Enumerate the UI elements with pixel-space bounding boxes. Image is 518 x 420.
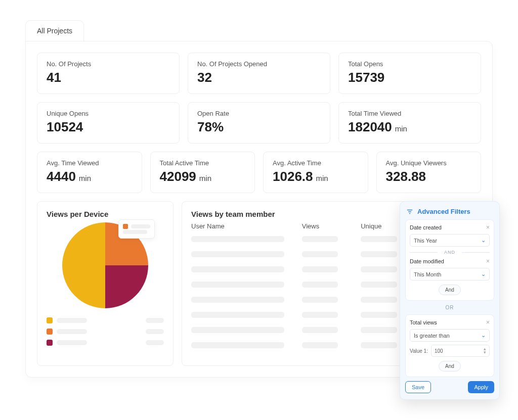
stat-label: Total Time Viewed bbox=[348, 110, 471, 117]
stat-avg-unique-viewers: Avg. Unique Viewers 328.88 bbox=[376, 152, 482, 193]
chevron-down-icon: ⌄ bbox=[481, 332, 486, 339]
stat-unit: min bbox=[316, 174, 328, 182]
pie-legend bbox=[47, 317, 164, 346]
advanced-filters-title: Advanced Filters bbox=[417, 208, 470, 215]
date-modified-select[interactable]: This Month ⌄ bbox=[410, 268, 490, 281]
stats-row-2: Unique Opens 10524 Open Rate 78% Total T… bbox=[37, 102, 481, 144]
stat-label: Avg. Time Viewed bbox=[47, 159, 133, 167]
filter-label: Date created bbox=[410, 224, 442, 230]
chevron-down-icon: ⌄ bbox=[481, 237, 486, 244]
stat-label: Unique Opens bbox=[47, 110, 170, 117]
date-created-select[interactable]: This Year ⌄ bbox=[410, 234, 490, 247]
legend-value-skeleton bbox=[146, 329, 164, 334]
stat-total-time-viewed: Total Time Viewed 182040 min bbox=[338, 102, 481, 144]
stat-value: 328.88 bbox=[386, 169, 472, 184]
stats-row-1: No. Of Projects 41 No. Of Projects Opene… bbox=[37, 53, 481, 94]
views-per-device-panel: Views per Device bbox=[37, 201, 174, 366]
legend-item bbox=[47, 340, 164, 346]
stat-unit: min bbox=[79, 174, 91, 182]
close-icon[interactable]: × bbox=[486, 319, 490, 326]
number-stepper-icon[interactable]: ▴▾ bbox=[484, 347, 486, 354]
stat-value: 42099 min bbox=[160, 169, 246, 184]
legend-swatch bbox=[47, 329, 53, 335]
stat-label: Avg. Unique Viewers bbox=[386, 159, 472, 167]
pie-tooltip bbox=[118, 219, 155, 239]
close-icon[interactable]: × bbox=[486, 224, 490, 231]
stat-label: No. Of Projects Opened bbox=[197, 60, 321, 68]
stat-projects: No. Of Projects 41 bbox=[37, 53, 180, 94]
filter-icon bbox=[406, 208, 413, 215]
filter-label: Total views bbox=[410, 319, 437, 325]
stat-avg-time-viewed: Avg. Time Viewed 4440 min bbox=[37, 152, 142, 193]
legend-value-skeleton bbox=[146, 340, 164, 345]
and-divider: AND bbox=[410, 250, 490, 255]
filter-block-date-created: Date created × This Year ⌄ AND Date modi… bbox=[405, 219, 494, 301]
add-and-button[interactable]: And bbox=[439, 361, 461, 371]
close-icon[interactable]: × bbox=[486, 258, 490, 265]
stat-label: No. Of Projects bbox=[47, 60, 170, 68]
or-divider: OR bbox=[405, 305, 494, 310]
stat-value: 10524 bbox=[47, 119, 170, 135]
column-header-user[interactable]: User Name bbox=[191, 222, 295, 230]
legend-swatch bbox=[47, 317, 53, 323]
stat-value: 1026.8 min bbox=[273, 169, 359, 184]
stat-value: 78% bbox=[197, 119, 321, 135]
legend-item bbox=[47, 329, 164, 335]
stat-unique-opens: Unique Opens 10524 bbox=[37, 102, 180, 144]
apply-button[interactable]: Apply bbox=[468, 381, 494, 393]
total-views-value-input[interactable]: 100 ▴▾ bbox=[431, 345, 490, 357]
stat-value: 41 bbox=[47, 70, 170, 85]
stats-row-3: Avg. Time Viewed 4440 min Total Active T… bbox=[37, 152, 481, 193]
panel-title: Views per Device bbox=[47, 210, 164, 218]
value-label: Value 1: bbox=[410, 348, 428, 354]
stat-label: Open Rate bbox=[197, 110, 321, 117]
stat-unit: min bbox=[395, 124, 407, 133]
total-views-operator-select[interactable]: Is greater than ⌄ bbox=[410, 329, 490, 342]
stat-value: 15739 bbox=[348, 70, 471, 85]
stat-label: Total Active Time bbox=[160, 159, 246, 167]
save-button[interactable]: Save bbox=[405, 381, 431, 393]
stat-value: 32 bbox=[197, 70, 321, 85]
stat-total-active-time: Total Active Time 42099 min bbox=[150, 152, 255, 193]
tab-all-projects[interactable]: All Projects bbox=[25, 20, 84, 41]
filter-block-total-views: Total views × Is greater than ⌄ Value 1:… bbox=[405, 314, 494, 377]
stat-avg-active-time: Avg. Active Time 1026.8 min bbox=[263, 152, 368, 193]
stat-unit: min bbox=[199, 174, 211, 182]
add-and-button[interactable]: And bbox=[439, 285, 461, 295]
stat-open-rate: Open Rate 78% bbox=[188, 102, 330, 144]
advanced-filters-panel: Advanced Filters Date created × This Yea… bbox=[400, 201, 500, 400]
stat-label: Total Opens bbox=[348, 60, 471, 68]
legend-label-skeleton bbox=[57, 340, 87, 345]
legend-value-skeleton bbox=[146, 318, 164, 323]
legend-label-skeleton bbox=[57, 318, 87, 323]
stat-projects-opened: No. Of Projects Opened 32 bbox=[188, 53, 330, 94]
filter-label: Date modified bbox=[410, 258, 444, 264]
chevron-down-icon: ⌄ bbox=[481, 271, 486, 277]
stat-value: 4440 min bbox=[47, 169, 133, 184]
advanced-filters-header: Advanced Filters bbox=[406, 208, 494, 215]
legend-label-skeleton bbox=[57, 329, 87, 334]
legend-item bbox=[47, 317, 164, 323]
stat-total-opens: Total Opens 15739 bbox=[338, 53, 481, 94]
stat-label: Avg. Active Time bbox=[273, 159, 359, 167]
legend-swatch bbox=[47, 340, 53, 346]
stat-value: 182040 min bbox=[348, 119, 471, 135]
column-header-views[interactable]: Views bbox=[302, 222, 354, 230]
